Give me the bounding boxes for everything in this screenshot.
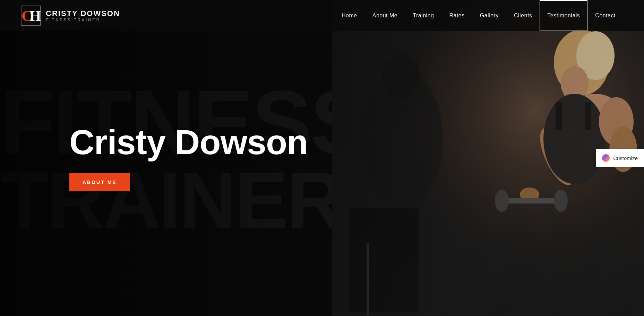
nav-item-contact[interactable]: Contact bbox=[587, 0, 623, 31]
svg-point-14 bbox=[495, 190, 509, 212]
svg-text:H: H bbox=[29, 8, 41, 24]
brand-name: CRISTY DOWSON bbox=[46, 9, 120, 18]
logo-text: CRISTY DOWSON FITNESS TRAINER bbox=[46, 9, 120, 22]
nav-item-about[interactable]: About Me bbox=[365, 0, 405, 31]
nav-item-rates[interactable]: Rates bbox=[441, 0, 472, 31]
logo-icon: C H bbox=[21, 6, 41, 26]
navbar: C H CRISTY DOWSON FITNESS TRAINER Home A… bbox=[0, 0, 644, 31]
nav-item-gallery[interactable]: Gallery bbox=[472, 0, 506, 31]
about-me-button[interactable]: ABOUT ME bbox=[69, 173, 130, 191]
svg-rect-18 bbox=[585, 102, 591, 130]
nav-links: Home About Me Training Rates Gallery Cli… bbox=[334, 0, 623, 31]
nav-link-rates[interactable]: Rates bbox=[441, 0, 472, 31]
nav-item-training[interactable]: Training bbox=[405, 0, 441, 31]
nav-link-testimonials[interactable]: Testimonials bbox=[540, 0, 587, 31]
nav-item-clients[interactable]: Clients bbox=[506, 0, 540, 31]
nav-link-gallery[interactable]: Gallery bbox=[472, 0, 506, 31]
svg-point-24 bbox=[382, 54, 420, 99]
svg-point-16 bbox=[543, 94, 606, 184]
nav-link-training[interactable]: Training bbox=[405, 0, 441, 31]
logo[interactable]: C H CRISTY DOWSON FITNESS TRAINER bbox=[21, 6, 120, 26]
customize-button[interactable]: Customize bbox=[596, 149, 644, 167]
brand-subtitle: FITNESS TRAINER bbox=[46, 18, 120, 22]
svg-point-15 bbox=[554, 190, 568, 212]
nav-link-clients[interactable]: Clients bbox=[506, 0, 540, 31]
hero-section: FITNESS TRAINER bbox=[0, 0, 644, 316]
hero-content: Cristy Dowson ABOUT ME bbox=[69, 125, 308, 191]
nav-item-testimonials[interactable]: Testimonials bbox=[540, 0, 587, 31]
svg-rect-17 bbox=[556, 102, 562, 130]
customize-label: Customize bbox=[613, 155, 638, 161]
svg-rect-21 bbox=[349, 208, 419, 313]
customize-icon bbox=[602, 154, 610, 162]
nav-link-home[interactable]: Home bbox=[334, 0, 365, 31]
nav-item-home[interactable]: Home bbox=[334, 0, 365, 31]
hero-name: Cristy Dowson bbox=[69, 125, 308, 159]
nav-link-about[interactable]: About Me bbox=[365, 0, 405, 31]
nav-link-contact[interactable]: Contact bbox=[587, 0, 623, 31]
svg-rect-22 bbox=[367, 243, 369, 316]
